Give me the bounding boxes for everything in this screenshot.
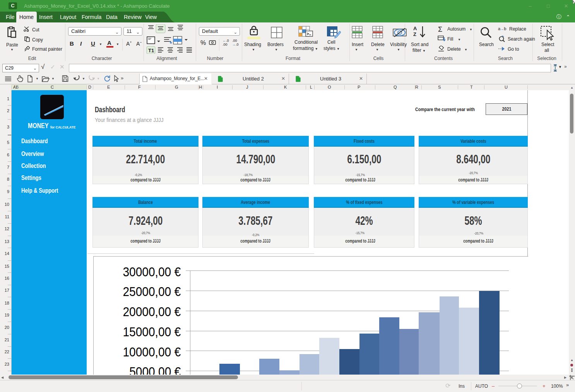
svg-text:T1: T1	[148, 48, 154, 53]
